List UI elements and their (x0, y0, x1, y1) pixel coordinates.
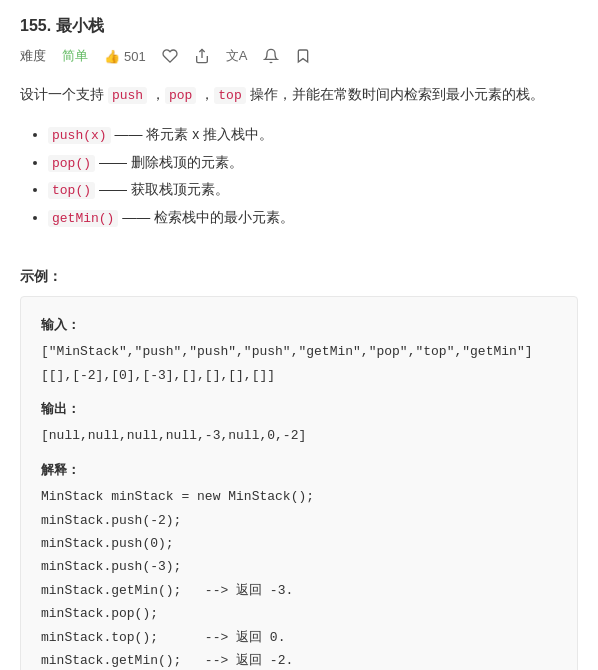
bookmark-icon[interactable] (295, 48, 311, 64)
bell-icon[interactable] (263, 48, 279, 64)
list-item: pop() —— 删除栈顶的元素。 (48, 149, 578, 177)
difficulty-label: 简单 (62, 47, 88, 65)
explain-line-3: minStack.push(0); (41, 532, 557, 555)
translate-icon[interactable]: 文A (226, 47, 248, 65)
explain-line-2: minStack.push(-2); (41, 509, 557, 532)
output-line: [null,null,null,null,-3,null,0,-2] (41, 424, 557, 447)
example-label: 示例： (20, 268, 578, 286)
explain-line-8: minStack.getMin(); --> 返回 -2. (41, 649, 557, 670)
explain-line-7: minStack.top(); --> 返回 0. (41, 626, 557, 649)
list-item: getMin() —— 检索栈中的最小元素。 (48, 204, 578, 232)
difficulty-prefix: 难度 (20, 47, 46, 65)
example-section: 示例： 输入： ["MinStack","push","push","push"… (20, 268, 578, 670)
explain-line-5: minStack.getMin(); --> 返回 -3. (41, 579, 557, 602)
explain-line-1: MinStack minStack = new MinStack(); (41, 485, 557, 508)
explain-label: 解释： (41, 458, 557, 481)
favorites-icon[interactable] (162, 48, 178, 64)
likes-icon[interactable]: 👍 501 (104, 49, 146, 64)
output-label: 输出： (41, 397, 557, 420)
problem-title: 155. 最小栈 (20, 16, 578, 37)
thumbs-up-icon: 👍 (104, 49, 120, 64)
explain-line-6: minStack.pop(); (41, 602, 557, 625)
likes-count: 501 (124, 49, 146, 64)
example-box: 输入： ["MinStack","push","push","push","ge… (20, 296, 578, 670)
explain-line-4: minStack.push(-3); (41, 555, 557, 578)
input-line2: [[],[-2],[0],[-3],[],[],[],[]] (41, 364, 557, 387)
description: 设计一个支持 push ，pop ，top 操作，并能在常数时间内检索到最小元素… (20, 83, 578, 107)
list-item: push(x) —— 将元素 x 推入栈中。 (48, 121, 578, 149)
input-line1: ["MinStack","push","push","push","getMin… (41, 340, 557, 363)
list-item: top() —— 获取栈顶元素。 (48, 176, 578, 204)
share-icon[interactable] (194, 48, 210, 64)
difficulty-bar: 难度 简单 👍 501 文A (20, 47, 578, 65)
operations-list: push(x) —— 将元素 x 推入栈中。 pop() —— 删除栈顶的元素。… (20, 121, 578, 232)
input-label: 输入： (41, 313, 557, 336)
